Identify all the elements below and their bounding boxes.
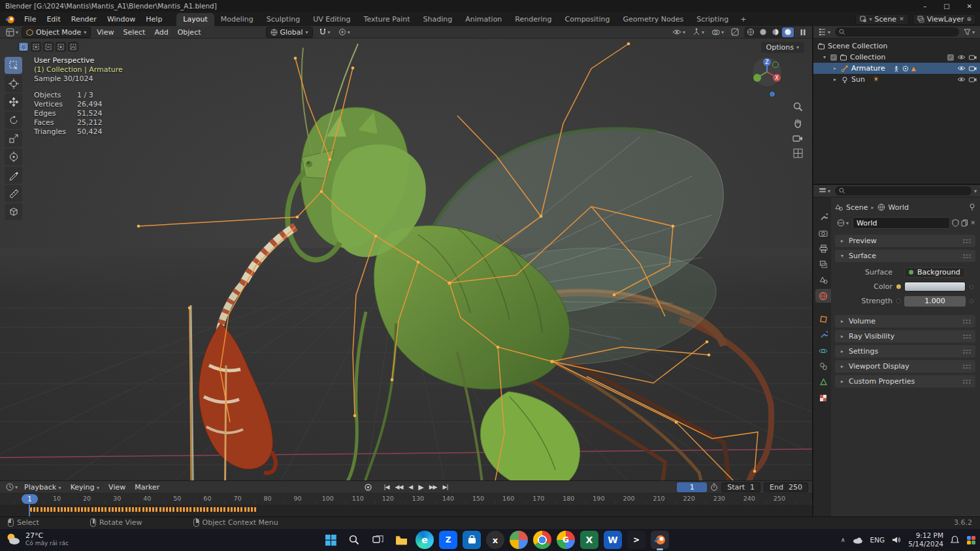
start-button[interactable] <box>321 531 340 549</box>
tab-texture[interactable] <box>815 391 831 405</box>
file-explorer-button[interactable] <box>392 531 410 549</box>
workspace-tab[interactable]: Shading <box>417 13 459 26</box>
terminal-button[interactable]: > <box>627 531 645 549</box>
overlays-dropdown[interactable]: ▾ <box>710 28 726 37</box>
transform-orientation-selector[interactable]: Global ▾ <box>266 27 313 38</box>
hidden-icons-chevron[interactable]: ∧ <box>841 537 845 543</box>
maximize-button[interactable]: □ <box>943 3 949 10</box>
google-app-button[interactable]: G <box>557 531 575 549</box>
collapsed-panel-header[interactable]: ▸ Volume <box>835 315 975 327</box>
select-mode-invert[interactable] <box>56 42 66 52</box>
timeline-menu[interactable]: Playback ▾ <box>20 482 66 492</box>
view3d-menu-item[interactable]: Select <box>118 27 150 37</box>
menu-item[interactable]: Render <box>66 14 102 25</box>
tab-modifiers[interactable] <box>815 328 831 342</box>
select-mode-subtract[interactable] <box>43 42 54 52</box>
keyframe-strip[interactable] <box>30 507 257 512</box>
hide-viewport-icon[interactable] <box>957 76 966 82</box>
scene-selector[interactable]: ▾ Scene ✕ <box>855 14 909 25</box>
new-viewlayer-icon[interactable]: ⊕ <box>966 16 972 22</box>
weather-widget[interactable]: 27°C Có mây rải rác <box>5 531 69 547</box>
shading-wireframe-button[interactable] <box>745 27 757 37</box>
tool-scale[interactable] <box>5 130 22 147</box>
browse-world-button[interactable]: ▾ <box>835 218 851 227</box>
render-checkbox[interactable]: ✓ <box>947 54 954 61</box>
tool-cursor[interactable] <box>5 75 22 92</box>
disable-render-icon[interactable] <box>969 54 977 60</box>
add-workspace-button[interactable]: + <box>735 13 751 25</box>
world-color-swatch[interactable] <box>904 282 966 292</box>
viewport-render-pause-button[interactable] <box>798 28 808 37</box>
surface-shader-select[interactable]: Background <box>904 267 966 278</box>
timeline-menu[interactable]: Keying ▾ <box>66 482 104 492</box>
visibility-dropdown[interactable]: ▾ <box>670 28 687 36</box>
next-keyframe-button[interactable]: ▶▶ <box>427 484 439 490</box>
tool-select-box[interactable] <box>5 57 22 74</box>
color-animate-dot[interactable] <box>896 284 901 289</box>
collapsed-panel-header[interactable]: ▸ Custom Properties <box>835 375 975 388</box>
viewlayer-selector[interactable]: ViewLayer ⊕ <box>913 14 976 25</box>
navigation-gizmo[interactable]: Z X <box>752 57 782 87</box>
viewport-3d[interactable]: Options ▾ User Perspectiv <box>0 39 812 480</box>
current-frame-field[interactable]: 1 <box>677 482 707 492</box>
xray-toggle[interactable] <box>729 27 741 37</box>
fake-user-shield-icon[interactable] <box>952 219 959 227</box>
stopwatch-icon[interactable] <box>710 483 718 491</box>
task-view-button[interactable] <box>368 531 387 549</box>
playhead[interactable]: 1 <box>22 494 38 504</box>
outliner-search-input[interactable] <box>835 27 959 37</box>
properties-search-input[interactable] <box>835 186 972 195</box>
filter-dropdown-icon[interactable]: ▾ <box>974 188 977 194</box>
jump-to-end-button[interactable]: ▶| <box>441 484 450 490</box>
menu-item[interactable]: File <box>19 14 41 25</box>
copy-datablock-icon[interactable] <box>961 219 968 227</box>
strength-decorator-dot[interactable] <box>970 299 973 303</box>
tab-constraints[interactable] <box>815 359 831 373</box>
tab-view-layer[interactable] <box>815 258 831 271</box>
workspace-tab[interactable]: Geometry Nodes <box>616 13 690 26</box>
unlink-datablock-icon[interactable]: ✕ <box>970 220 975 226</box>
tool-measure[interactable] <box>5 185 22 202</box>
close-button[interactable]: ✕ <box>967 3 972 10</box>
timeline-menu[interactable]: Marker <box>130 482 164 492</box>
outliner-row-sun[interactable]: ▸ Sun ☀ <box>813 74 980 85</box>
frame-start-field[interactable]: Start1 <box>721 482 760 492</box>
minimize-button[interactable]: – <box>923 3 926 10</box>
panel-surface[interactable]: ▾ Surface <box>835 250 975 262</box>
workspace-tab[interactable]: Compositing <box>559 13 617 26</box>
workspace-tab[interactable]: Layout <box>176 13 214 26</box>
blender-logo-icon[interactable] <box>5 14 15 24</box>
play-reverse-button[interactable]: ◀ <box>406 484 414 490</box>
panel-preview[interactable]: ▸ Preview <box>835 235 975 247</box>
tool-transform[interactable] <box>5 148 22 165</box>
sun-data-icon[interactable]: ☀ <box>873 75 879 84</box>
workspace-tab[interactable]: UV Editing <box>306 13 357 26</box>
tab-world[interactable] <box>815 289 831 303</box>
previous-keyframe-button[interactable]: ◀◀ <box>393 484 404 490</box>
store-button[interactable] <box>463 531 481 549</box>
photos-button[interactable] <box>510 531 528 549</box>
workspace-tab[interactable]: Scripting <box>690 13 735 26</box>
view3d-menu-item[interactable]: Object <box>173 27 206 37</box>
armature-data-icon[interactable]: ▲ <box>911 65 916 72</box>
tool-rotate[interactable] <box>5 112 22 129</box>
gizmos-dropdown[interactable]: ▾ <box>691 27 706 37</box>
chrome-button[interactable] <box>533 531 551 549</box>
tab-physics[interactable] <box>815 344 831 358</box>
onedrive-cloud-icon[interactable] <box>853 537 863 544</box>
panel-drag-dots[interactable] <box>962 319 972 324</box>
select-mode-intersect[interactable] <box>68 42 78 52</box>
xbox-button[interactable]: x <box>486 531 504 549</box>
breadcrumb-world[interactable]: World <box>889 203 909 212</box>
outliner-row-scene-collection[interactable]: Scene Collection <box>813 41 980 52</box>
world-name-field[interactable]: World <box>853 217 950 229</box>
strength-animate-dot[interactable] <box>896 299 901 303</box>
workspace-tab[interactable]: Modeling <box>214 13 260 26</box>
clock[interactable]: 9:12 PM 5/14/2024 <box>908 531 943 548</box>
blender-app-button[interactable] <box>651 531 669 549</box>
expand-icon[interactable]: ▸ <box>832 76 838 82</box>
zalo-button[interactable]: Z <box>439 531 457 549</box>
outliner-row-collection[interactable]: ▾ ✓ Collection ✓ <box>813 52 980 63</box>
language-indicator[interactable]: ENG <box>870 536 885 544</box>
play-button[interactable]: ▶ <box>416 483 425 492</box>
